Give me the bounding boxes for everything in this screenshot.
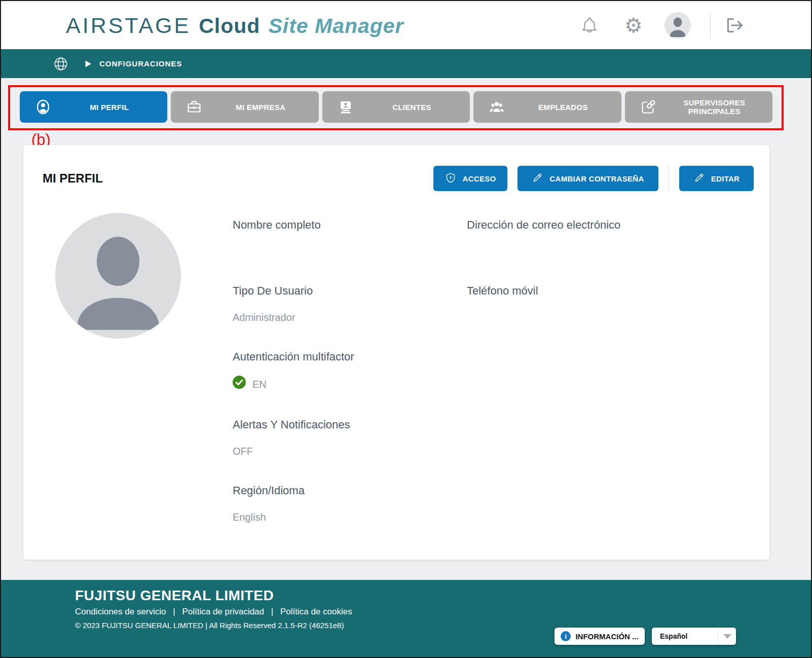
cookie-policy-link[interactable]: Política de cookies [280,607,352,616]
tab-mi-empresa[interactable]: MI EMPRESA [171,91,318,123]
settings-tab-bar: MI PERFIL MI EMPRESA [20,91,772,123]
privacy-policy-link[interactable]: Política de privacidad [182,607,264,616]
profile-fields-left-column: Nombre completo Tipo De Usuario Administ… [233,217,456,549]
access-button[interactable]: ACCESO [433,166,507,191]
region-language-label: Región/Idioma [233,483,456,498]
user-type-field: Tipo De Usuario Administrador [233,283,456,325]
footer-copyright: © 2023 FUJITSU GENERAL LIMITED | All Rig… [75,621,344,630]
people-icon [489,99,505,115]
link-square-icon [640,99,656,115]
language-selector-caret-cell[interactable] [718,628,736,645]
mobile-phone-value [467,310,741,325]
briefcase-icon [186,99,202,115]
tab-supervisores-principales[interactable]: SUPERVISORES PRINCIPALES [625,91,772,123]
person-circle-icon [35,99,51,115]
user-type-label: Tipo De Usuario [233,283,456,299]
airstage-logo: AIRSTAGE Cloud Site Manager [66,13,404,38]
breadcrumb-bar: CONFIGURACIONES [1,49,811,78]
shield-icon [445,172,456,186]
access-button-label: ACCESO [463,174,496,183]
edit-button-label: EDITAR [711,174,740,183]
mfa-value: EN [252,377,267,392]
logo-brand-text: AIRSTAGE [66,13,191,38]
information-button[interactable]: i INFORMACIÓN ... [555,628,645,645]
mfa-field: Autenticación multifactor EN [233,349,456,393]
chevron-down-icon [723,634,731,639]
language-selector[interactable]: Español [652,628,736,645]
my-profile-card: MI PERFIL ACCESO [23,145,769,560]
email-value [467,244,741,259]
tab-empleados[interactable]: EMPLEADOS [473,91,621,123]
id-card-icon [338,99,354,115]
tab-label: SUPERVISORES PRINCIPALES [656,98,772,116]
logo-product-text: Cloud [199,14,260,38]
email-field: Dirección de correo electrónico [467,217,741,259]
full-name-value [233,244,456,259]
user-type-value: Administrador [233,310,456,325]
edit-button[interactable]: EDITAR [679,166,754,191]
change-password-button[interactable]: CAMBIAR CONTRASEÑA [518,166,658,191]
pencil-icon [693,172,705,185]
app-footer: FUJITSU GENERAL LIMITED Condiciones de s… [1,580,811,657]
alerts-value: OFF [233,444,456,459]
tab-label: MI PERFIL [51,103,167,112]
region-language-value: English [233,509,456,525]
tab-label: MI EMPRESA [202,103,318,112]
tab-label: EMPLEADOS [505,103,621,112]
header-divider [710,12,711,39]
globe-icon[interactable] [53,56,68,71]
alerts-label: Alertas Y Notificaciones [233,417,456,432]
actions-divider [669,166,669,191]
profile-fields-right-column: Dirección de correo electrónico Teléfono… [467,217,741,349]
language-selected-value: Español [652,632,718,640]
change-password-button-label: CAMBIAR CONTRASEÑA [549,174,644,183]
pencil-icon [532,172,543,185]
profile-action-bar: ACCESO CAMBIAR CONTRASEÑA [433,166,754,191]
terms-of-service-link[interactable]: Condiciones de servicio [75,607,166,616]
header-icon-group: ⚙ [579,1,746,49]
full-name-label: Nombre completo [233,217,456,233]
tab-clientes[interactable]: CLIENTES [322,91,470,123]
footer-links: Condiciones de servicio | Política de pr… [75,607,352,617]
user-avatar[interactable] [665,12,691,39]
breadcrumb[interactable]: CONFIGURACIONES [99,59,182,68]
mfa-value-row: EN [233,376,456,393]
email-label: Dirección de correo electrónico [467,217,741,233]
mobile-phone-label: Teléfono móvil [467,283,741,299]
notifications-bell-icon[interactable] [579,16,600,35]
alerts-field: Alertas Y Notificaciones OFF [233,417,456,459]
mfa-label: Autenticación multifactor [233,349,456,364]
info-icon: i [561,631,571,641]
breadcrumb-arrow-icon [84,60,92,68]
app-header: AIRSTAGE Cloud Site Manager ⚙ [1,1,811,49]
footer-link-separator: | [271,607,273,616]
footer-link-separator: | [173,607,175,616]
settings-gear-icon[interactable]: ⚙ [623,15,644,35]
check-circle-icon [233,376,246,393]
logo-suite-text: Site Manager [268,14,403,38]
full-name-field: Nombre completo [233,217,456,259]
tab-mi-perfil[interactable]: MI PERFIL [20,91,167,123]
information-button-label: INFORMACIÓN ... [575,632,638,641]
logout-icon[interactable] [724,15,746,35]
tab-label: CLIENTES [354,103,470,112]
footer-company-name: FUJITSU GENERAL LIMITED [75,588,274,604]
region-language-field: Región/Idioma English [233,483,456,525]
card-title: MI PERFIL [43,171,103,186]
profile-avatar [55,213,181,339]
mobile-phone-field: Teléfono móvil [467,283,741,325]
airstage-site-manager-page: AIRSTAGE Cloud Site Manager ⚙ [0,0,812,658]
